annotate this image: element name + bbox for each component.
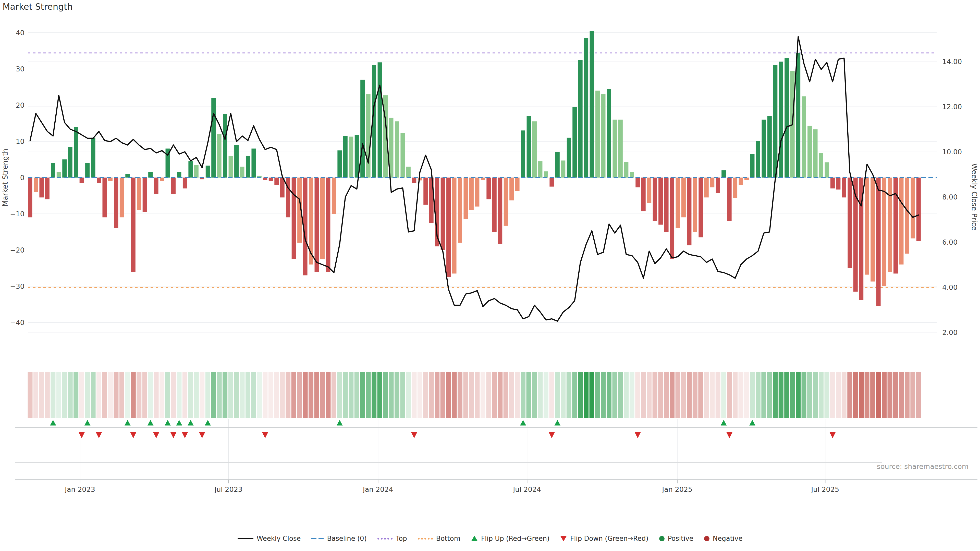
legend-item-bottom[interactable]: Bottom: [418, 535, 460, 542]
heatmap-cell: [475, 372, 479, 418]
heatmap-cell: [590, 372, 594, 418]
strength-bar: [68, 147, 73, 178]
heatmap-cell: [549, 372, 554, 418]
heatmap-cell: [291, 372, 296, 418]
strength-bar: [515, 178, 520, 191]
flip-up-marker: [188, 420, 194, 426]
strength-bar: [819, 153, 823, 178]
strength-bar: [905, 178, 909, 254]
heatmap-cell: [73, 372, 78, 418]
flip-up-marker: [176, 420, 182, 426]
flip-up-marker: [148, 420, 154, 426]
strength-bar: [74, 127, 78, 178]
strength-bar: [647, 178, 651, 203]
heatmap-cell: [434, 372, 439, 418]
strength-bar: [750, 154, 754, 178]
strength-bar: [148, 172, 153, 178]
strength-bar: [624, 162, 628, 178]
strength-bar: [916, 178, 921, 241]
strength-bar: [670, 178, 674, 259]
strength-bar: [395, 121, 399, 178]
strength-bar: [80, 178, 84, 183]
legend-item-weekly-close[interactable]: Weekly Close: [238, 535, 301, 542]
flip-down-marker: [79, 432, 85, 438]
heatmap-cell: [165, 372, 170, 418]
heatmap-cell: [916, 372, 921, 418]
heatmap-cell: [698, 372, 703, 418]
heatmap-cell: [784, 372, 789, 418]
heatmap-cell: [796, 372, 800, 418]
dashed-line-swatch-icon: [311, 538, 324, 539]
legend-item-baseline-0[interactable]: Baseline (0): [311, 535, 366, 542]
heatmap-cell: [486, 372, 491, 418]
heatmap-cell: [303, 372, 308, 418]
heatmap-cell: [429, 372, 434, 418]
strength-bar: [463, 178, 468, 219]
strength-bar: [441, 178, 445, 250]
y-right-tick-label: 6.00: [942, 238, 958, 246]
heatmap-cell: [377, 372, 382, 418]
legend-item-top[interactable]: Top: [377, 535, 407, 542]
heatmap-cell: [847, 372, 852, 418]
strength-bar: [131, 178, 135, 272]
strength-bar: [739, 178, 743, 185]
strength-bar: [538, 161, 542, 178]
legend-item-label: Flip Up (Red→Green): [481, 535, 549, 542]
strength-bar: [337, 151, 342, 178]
heatmap-cell: [314, 372, 319, 418]
heatmap-cell: [670, 372, 675, 418]
flip-up-marker: [554, 420, 560, 426]
heatmap-cell: [888, 372, 892, 418]
heatmap-cell: [544, 372, 549, 418]
strength-bar: [286, 178, 290, 218]
strength-bar: [693, 178, 697, 232]
heatmap-cell: [119, 372, 124, 418]
strength-bar: [888, 178, 892, 272]
flip-up-marker: [520, 420, 526, 426]
y-left-axis-title: Market Strength: [1, 149, 10, 206]
strength-bar: [343, 136, 348, 178]
heatmap-cell: [710, 372, 714, 418]
strength-bar: [877, 178, 881, 306]
legend-item-positive[interactable]: Positive: [659, 535, 694, 542]
heatmap-cell: [727, 372, 732, 418]
heatmap-cell: [355, 372, 360, 418]
strength-bar: [143, 178, 147, 212]
strength-bar: [584, 38, 588, 178]
heatmap-cell: [498, 372, 503, 418]
strength-bar: [469, 178, 474, 210]
strength-bar: [492, 178, 496, 232]
heatmap-cell: [779, 372, 783, 418]
heatmap-cell: [865, 372, 870, 418]
strength-bar: [882, 178, 886, 286]
strength-bar: [595, 91, 600, 178]
triangle-down-icon: [560, 536, 567, 541]
strength-bar: [704, 178, 709, 197]
strength-bar: [590, 31, 594, 178]
heatmap-cell: [188, 372, 193, 418]
heatmap-cell: [51, 372, 56, 418]
strength-bar: [45, 178, 49, 199]
legend-item-flip-up-red-green[interactable]: Flip Up (Red→Green): [471, 535, 549, 542]
y-left-tick-label: −10: [10, 210, 24, 218]
legend-item-flip-down-green-red[interactable]: Flip Down (Green→Red): [560, 535, 648, 542]
heatmap-cell: [423, 372, 428, 418]
heatmap-cell: [601, 372, 606, 418]
heatmap-cell: [652, 372, 657, 418]
y-right-axis-title: Weekly Close Price: [970, 163, 978, 230]
legend-item-negative[interactable]: Negative: [704, 535, 743, 542]
strength-bar: [360, 80, 365, 178]
y-left-tick-label: −30: [10, 283, 24, 290]
y-left-tick-label: 20: [16, 101, 24, 109]
heatmap-cell: [595, 372, 600, 418]
heatmap-cell: [337, 372, 342, 418]
strength-bar: [487, 178, 491, 199]
heatmap-cell: [635, 372, 640, 418]
strength-bar: [567, 138, 571, 178]
heatmap-cell: [527, 372, 531, 418]
heatmap-cell: [693, 372, 697, 418]
strength-bar: [842, 178, 846, 197]
heatmap-cell: [343, 372, 348, 418]
line-swatch-icon: [238, 538, 253, 539]
flip-down-marker: [262, 432, 268, 438]
